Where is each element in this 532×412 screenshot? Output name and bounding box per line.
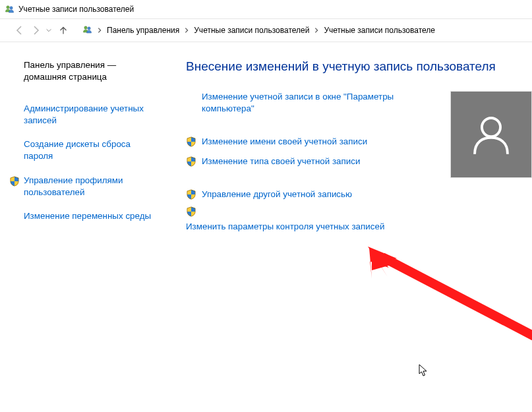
chevron-right-icon[interactable] [182, 27, 191, 34]
sidebar-home-label: Панель управления — домашняя страница [24, 59, 157, 83]
main-content: Внесение изменений в учетную запись поль… [170, 59, 532, 241]
page-heading: Внесение изменений в учетную запись поль… [186, 59, 532, 74]
nav-history-dropdown[interactable] [45, 27, 53, 34]
sidebar-item-label: Создание дискеты сброса пароля [24, 138, 157, 162]
breadcrumb-control-panel[interactable]: Панель управления [104, 26, 182, 35]
link-change-account-type[interactable]: Изменение типа своей учетной записи [186, 156, 436, 167]
chevron-right-icon[interactable] [95, 27, 104, 34]
avatar-placeholder-icon [465, 109, 517, 160]
breadcrumb-icon [82, 24, 92, 37]
shield-icon [186, 156, 196, 167]
link-change-account-name[interactable]: Изменение имени своей учетной записи [186, 136, 436, 148]
shield-icon [9, 176, 20, 187]
sidebar-item-label: Управление профилями пользователей [24, 175, 157, 198]
sidebar-link-admin-accounts[interactable]: Администрирование учетных записей [24, 103, 170, 127]
chevron-right-icon[interactable] [312, 27, 321, 34]
breadcrumb-user-accounts[interactable]: Учетные записи пользователей [191, 26, 312, 35]
main-link-label: Изменить параметры контроля учетных запи… [186, 221, 384, 233]
sidebar-link-env-vars[interactable]: Изменение переменных среды [24, 210, 170, 222]
breadcrumb-user-accounts-2[interactable]: Учетные записи пользователе [321, 26, 438, 35]
breadcrumb[interactable]: Панель управления Учетные записи пользов… [80, 19, 528, 42]
navigation-bar: Панель управления Учетные записи пользов… [0, 18, 532, 42]
nav-up-button[interactable] [55, 24, 71, 36]
sidebar-link-reset-disk[interactable]: Создание дискеты сброса пароля [24, 138, 170, 162]
sidebar: Панель управления — домашняя страница Ад… [0, 59, 170, 241]
nav-back-button[interactable] [13, 24, 26, 37]
sidebar-item-label: Администрирование учетных записей [24, 103, 157, 127]
svg-marker-6 [372, 249, 396, 270]
main-link-label: Изменение учетной записи в окне "Парамет… [202, 91, 436, 115]
annotation-arrow [363, 244, 532, 376]
shield-icon [186, 206, 196, 217]
link-change-account-pc-settings[interactable]: Изменение учетной записи в окне "Парамет… [186, 91, 436, 115]
sidebar-home-link[interactable]: Панель управления — домашняя страница [24, 59, 170, 83]
main-link-label: Изменение имени своей учетной записи [202, 136, 367, 148]
shield-icon [186, 136, 196, 147]
link-change-uac-settings[interactable]: Изменить параметры контроля учетных запи… [186, 221, 436, 233]
sidebar-link-manage-profiles[interactable]: Управление профилями пользователей [24, 175, 170, 198]
main-link-label: Управление другой учетной записью [202, 189, 352, 200]
user-accounts-icon [4, 4, 15, 15]
mouse-cursor-icon [419, 364, 428, 377]
sidebar-item-label: Изменение переменных среды [24, 210, 157, 222]
link-manage-another-account[interactable]: Управление другой учетной записью [186, 189, 436, 200]
window-title: Учетные записи пользователей [18, 5, 134, 14]
uac-shield-row [186, 206, 436, 217]
window-titlebar: Учетные записи пользователей [0, 0, 532, 18]
nav-forward-button[interactable] [29, 24, 42, 37]
shield-icon [186, 189, 196, 200]
main-link-label: Изменение типа своей учетной записи [202, 156, 360, 167]
user-avatar [450, 91, 532, 178]
svg-point-2 [482, 118, 500, 136]
svg-marker-5 [368, 247, 397, 277]
svg-line-4 [382, 257, 532, 336]
